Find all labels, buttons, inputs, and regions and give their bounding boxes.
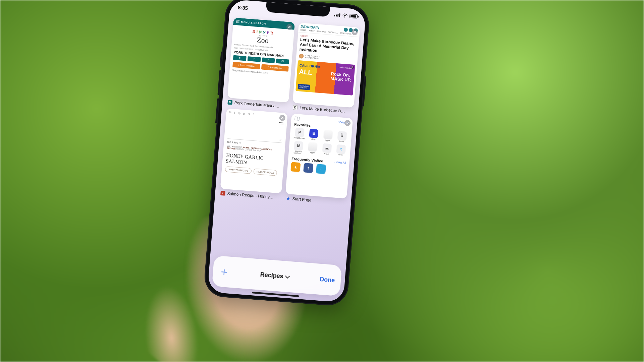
tab-thumbnail[interactable]: ✕ MENU & SEARCH DINNER AT THE Zoo Home »… xyxy=(227,17,295,103)
tab-thumbnail[interactable]: ✕ ✉ f ◎ p ≋ t ⌕ SEARCH YOU ARE HERE: HOM… xyxy=(220,109,288,194)
phone-screen: 8:35 ✕ MENU & SEARCH DINNER AT T xyxy=(207,0,366,303)
tab-title: Let's Make Barbecue B… xyxy=(300,106,345,114)
jump-to-recipe-button: ↓ Jump to Recipe xyxy=(232,62,260,69)
pinterest-icon: p xyxy=(243,112,245,115)
bookmarks-icon xyxy=(294,117,300,121)
favorite-icon xyxy=(323,130,333,139)
twitter-icon: t xyxy=(253,113,254,116)
tab-card-start-page[interactable]: ✕ Show All Favorites PPhilipMichaels.com… xyxy=(285,114,353,205)
favorite-label: Twitter xyxy=(338,154,343,156)
cellular-icon xyxy=(334,13,340,17)
show-all-link: Show All xyxy=(334,160,346,165)
site-brand: DEADSPIN xyxy=(301,24,319,29)
wifi-icon xyxy=(342,13,348,18)
tab-group-toolbar: ＋ Recipes Done xyxy=(212,255,342,296)
tab-title: Start Page xyxy=(292,196,312,202)
search-icon: ⌕ xyxy=(279,137,282,141)
freq-icon: t xyxy=(303,163,313,173)
freq-icon: ▲ xyxy=(290,162,301,172)
tab-title: Salmon Recipe - Honey… xyxy=(227,191,274,199)
hamburger-icon xyxy=(236,20,240,23)
favorite-icon: ⠿ xyxy=(337,131,347,140)
favorite-item: ⠿News xyxy=(335,131,348,143)
favorite-icon: t xyxy=(336,144,346,154)
author-avatar xyxy=(299,54,304,59)
ad-headline: Rock On. MASK UP. xyxy=(330,72,352,82)
status-right xyxy=(334,13,358,18)
facebook-icon: f xyxy=(234,111,235,114)
ad-text: Your Actions Save Lives xyxy=(298,84,310,90)
email-icon: ✉ xyxy=(229,111,232,114)
favorite-icon: P xyxy=(295,128,305,137)
favorite-label: Apple xyxy=(325,139,330,142)
favorite-icon xyxy=(308,142,318,152)
tab-group-name: Recipes xyxy=(260,271,283,280)
battery-icon xyxy=(350,14,358,18)
status-time: 8:35 xyxy=(238,4,248,11)
favorite-icon: ☁︎ xyxy=(322,143,332,153)
tab-card-salmon[interactable]: ✕ ✉ f ◎ p ≋ t ⌕ SEARCH YOU ARE HERE: HOM… xyxy=(220,109,288,200)
instagram-icon: ◎ xyxy=(238,111,241,115)
tab-thumbnail[interactable]: ✕ Show All Favorites PPhilipMichaels.com… xyxy=(285,114,353,199)
pinterest-icon: p xyxy=(233,55,247,61)
favorite-label: Apple xyxy=(310,152,315,154)
tab-thumbnail[interactable]: ✕ DEADSPIN HOME LATEST BASEBALL FOOTBALL… xyxy=(292,23,360,108)
new-tab-button[interactable]: ＋ xyxy=(219,266,229,277)
ad-url: covid19.ca.gov xyxy=(339,66,352,69)
favorite-label: News xyxy=(339,140,344,143)
favorite-icon: E xyxy=(309,129,319,138)
favorite-item: PPhilipMichaels.com xyxy=(293,127,306,139)
tab-card-pork-marinade[interactable]: ✕ MENU & SEARCH DINNER AT THE Zoo Home »… xyxy=(227,17,295,109)
tab-title: Pork Tenderloin Marina… xyxy=(234,100,280,109)
favorite-item: EeBay xyxy=(307,129,320,141)
safari-tab-grid[interactable]: ✕ MENU & SEARCH DINNER AT THE Zoo Home »… xyxy=(220,17,360,205)
favorites-grid: PPhilipMichaels.comEeBayApple⠿NewsMMashe… xyxy=(288,127,352,159)
favicon: D xyxy=(293,105,298,110)
tab-group-selector[interactable]: Recipes xyxy=(260,271,289,280)
favicon-star-icon: ★ xyxy=(285,196,290,201)
iphone-device: 8:35 ✕ MENU & SEARCH DINNER AT T xyxy=(203,0,370,307)
favorite-item: ☁︎iCloud xyxy=(320,143,333,157)
rss-icon: ≋ xyxy=(247,112,250,116)
menu-bar-label: MENU & SEARCH xyxy=(241,20,266,25)
done-button[interactable]: Done xyxy=(319,276,335,284)
tab-card-deadspin[interactable]: ✕ DEADSPIN HOME LATEST BASEBALL FOOTBALL… xyxy=(292,23,360,115)
facebook-icon: f xyxy=(247,56,261,62)
favorite-item: tTwitter xyxy=(334,144,347,158)
print-recipe-button: ⎙ Print Recipe xyxy=(261,64,289,71)
email-icon: ✉ xyxy=(276,58,289,64)
favorite-item: MMashed cauliflow… xyxy=(292,141,305,155)
favorite-icon: M xyxy=(294,141,303,150)
freq-icon: I xyxy=(316,164,326,174)
chevron-down-icon xyxy=(285,274,290,279)
favorite-label: iCloud xyxy=(324,153,329,155)
ad-banner: ✕ CALIFORNIA ALL Your Actions Save Lives… xyxy=(296,60,355,96)
twitter-icon: t xyxy=(262,57,275,63)
ad-text: ALL xyxy=(299,68,313,76)
favorite-label: eBay xyxy=(311,138,316,140)
favorite-item: Apple xyxy=(306,142,319,156)
favicon: D xyxy=(227,100,232,105)
favorite-item: Apple xyxy=(321,130,334,142)
favicon: r xyxy=(220,191,225,196)
favorite-label: PhilipMichaels.com xyxy=(293,137,305,139)
